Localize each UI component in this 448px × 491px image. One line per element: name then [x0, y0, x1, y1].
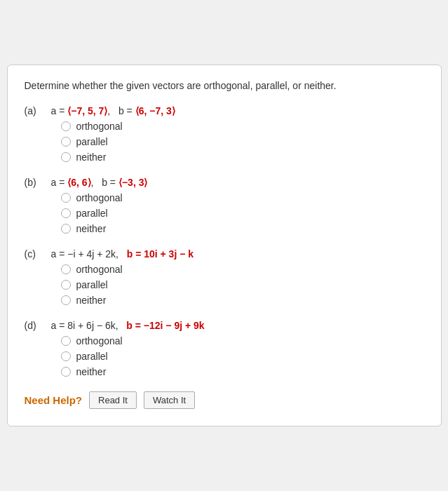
part-d-options: orthogonal parallel neither	[61, 335, 424, 377]
part-d-option-parallel[interactable]: parallel	[61, 351, 424, 362]
part-a-eq-b: b =	[118, 105, 135, 116]
part-d-radio-orthogonal[interactable]	[61, 336, 71, 346]
part-c-options: orthogonal parallel neither	[61, 264, 424, 306]
part-a-radio-neither[interactable]	[61, 152, 71, 162]
part-d-label-neither: neither	[76, 366, 107, 377]
part-c-option-neither[interactable]: neither	[61, 295, 424, 306]
part-c-label-orthogonal: orthogonal	[76, 264, 123, 275]
part-b-vec-b: ⟨−3, 3⟩	[118, 177, 148, 188]
part-c-radio-orthogonal[interactable]	[61, 264, 71, 274]
part-d-radio-parallel[interactable]	[61, 351, 71, 361]
part-a-radio-orthogonal[interactable]	[61, 121, 71, 131]
question-text: Determine whether the given vectors are …	[25, 79, 424, 93]
need-help-text: Need Help?	[25, 394, 83, 406]
part-a-label-parallel: parallel	[76, 136, 108, 147]
part-c-option-parallel[interactable]: parallel	[61, 279, 424, 290]
part-d-equation: a = 8i + 6j − 6k, b = −12i − 9j + 9k	[51, 320, 205, 331]
part-c: (c) a = −i + 4j + 2k, b = 10i + 3j − k o…	[25, 248, 424, 306]
part-b-label-orthogonal: orthogonal	[76, 192, 123, 203]
part-d-vec-b: b = −12i − 9j + 9k	[126, 320, 204, 331]
part-b-label-parallel: parallel	[76, 208, 108, 219]
part-c-radio-parallel[interactable]	[61, 280, 71, 290]
part-b: (b) a = ⟨6, 6⟩, b = ⟨−3, 3⟩ orthogonal p…	[25, 177, 424, 234]
part-c-equation: a = −i + 4j + 2k, b = 10i + 3j − k	[51, 248, 194, 260]
part-d-label: (d)	[25, 320, 44, 331]
footer: Need Help? Read It Watch It	[25, 391, 424, 409]
part-c-label-neither: neither	[76, 295, 107, 306]
part-d-eq-a: a = 8i + 6j − 6k,	[51, 320, 124, 331]
part-a-radio-parallel[interactable]	[61, 137, 71, 147]
part-d-label-orthogonal: orthogonal	[76, 335, 123, 347]
part-a-option-orthogonal[interactable]: orthogonal	[61, 121, 424, 132]
part-b-header: (b) a = ⟨6, 6⟩, b = ⟨−3, 3⟩	[25, 177, 424, 188]
part-c-option-orthogonal[interactable]: orthogonal	[61, 264, 424, 275]
main-card: Determine whether the given vectors are …	[7, 65, 442, 427]
part-d-option-neither[interactable]: neither	[61, 366, 424, 377]
part-c-label-parallel: parallel	[76, 279, 108, 290]
part-b-equation: a = ⟨6, 6⟩, b = ⟨−3, 3⟩	[51, 177, 148, 188]
part-a-eq-a: a =	[51, 105, 68, 116]
part-b-radio-parallel[interactable]	[61, 208, 71, 218]
part-b-radio-neither[interactable]	[61, 224, 71, 234]
part-d-radio-neither[interactable]	[61, 367, 71, 377]
part-c-radio-neither[interactable]	[61, 295, 71, 305]
part-a-vec-a: ⟨−7, 5, 7⟩	[67, 105, 107, 116]
part-a-option-parallel[interactable]: parallel	[61, 136, 424, 147]
part-a-equation: a = ⟨−7, 5, 7⟩, b = ⟨6, −7, 3⟩	[51, 105, 175, 116]
part-a-label: (a)	[25, 105, 44, 116]
part-b-options: orthogonal parallel neither	[61, 192, 424, 234]
part-b-radio-orthogonal[interactable]	[61, 193, 71, 203]
part-a-options: orthogonal parallel neither	[61, 121, 424, 163]
part-c-header: (c) a = −i + 4j + 2k, b = 10i + 3j − k	[25, 248, 424, 260]
part-a-label-orthogonal: orthogonal	[76, 121, 123, 132]
part-c-vec-b: b = 10i + 3j − k	[127, 248, 194, 260]
read-it-button[interactable]: Read It	[89, 391, 137, 409]
part-d: (d) a = 8i + 6j − 6k, b = −12i − 9j + 9k…	[25, 320, 424, 377]
part-a-vec-b: ⟨6, −7, 3⟩	[135, 105, 175, 116]
part-b-vec-a: ⟨6, 6⟩	[67, 177, 90, 188]
part-b-eq-a: a =	[51, 177, 68, 188]
part-d-label-parallel: parallel	[76, 351, 108, 362]
part-b-eq-b: b =	[102, 177, 118, 188]
part-c-label: (c)	[25, 248, 44, 260]
part-b-label-neither: neither	[76, 223, 107, 234]
watch-it-button[interactable]: Watch It	[144, 391, 195, 409]
part-c-eq-a: a = −i + 4j + 2k,	[51, 248, 124, 260]
part-a-label-neither: neither	[76, 152, 107, 163]
part-d-option-orthogonal[interactable]: orthogonal	[61, 335, 424, 347]
part-b-option-neither[interactable]: neither	[61, 223, 424, 234]
part-b-option-orthogonal[interactable]: orthogonal	[61, 192, 424, 203]
part-d-header: (d) a = 8i + 6j − 6k, b = −12i − 9j + 9k	[25, 320, 424, 331]
part-a-option-neither[interactable]: neither	[61, 152, 424, 163]
part-b-option-parallel[interactable]: parallel	[61, 208, 424, 219]
part-a: (a) a = ⟨−7, 5, 7⟩, b = ⟨6, −7, 3⟩ ortho…	[25, 105, 424, 163]
part-a-header: (a) a = ⟨−7, 5, 7⟩, b = ⟨6, −7, 3⟩	[25, 105, 424, 116]
part-b-label: (b)	[25, 177, 44, 188]
